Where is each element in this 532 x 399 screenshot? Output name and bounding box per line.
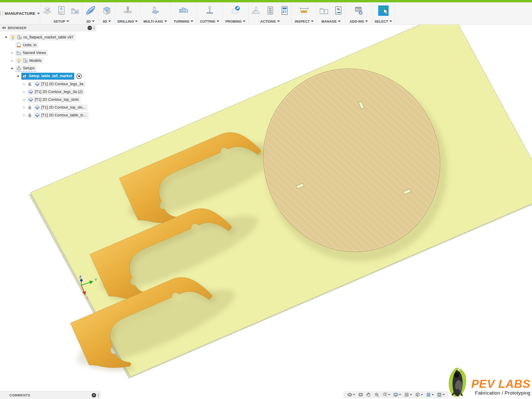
ribbon-tab-actions[interactable]: ACTIONS <box>260 18 280 24</box>
tree-item-units-in[interactable]: Units: in <box>15 42 38 48</box>
bulb-icon <box>16 58 21 63</box>
chevron-down-icon <box>92 21 95 22</box>
ribbon-group-setup: GSETUP <box>40 2 83 24</box>
svg-text:>-: >- <box>356 8 358 11</box>
tree-item-label: Setups <box>23 66 35 70</box>
ribbon-tab-label: ACTIONS <box>260 19 276 23</box>
ribbon-tab-inspect[interactable]: INSPECT <box>295 18 314 24</box>
tree-item-setups[interactable]: Setups <box>15 65 37 72</box>
2d-milling-icon[interactable] <box>84 5 96 17</box>
lock-icon <box>27 82 32 87</box>
visual-style-icon[interactable] <box>425 392 435 397</box>
add-comment-icon[interactable]: + <box>92 393 96 397</box>
panel-drag-handle[interactable] <box>0 11 3 16</box>
ribbon-tab-label: 2D <box>86 19 91 23</box>
caret-collapsed-icon[interactable]: ▷ <box>22 98 27 101</box>
caret-expanded-icon[interactable]: ▶ <box>3 34 9 40</box>
chevron-down-icon <box>399 394 401 395</box>
zoom-icon[interactable] <box>374 392 380 397</box>
nc-program-icon[interactable]: G <box>55 5 67 17</box>
comments-bar[interactable]: COMMENTS + <box>0 391 101 399</box>
ribbon-tab-manage[interactable]: MANAGE <box>322 18 341 24</box>
probing-icon[interactable] <box>230 5 242 17</box>
browser-panel: BROWSER − ▶ns_flatpack_market_table v97U… <box>0 24 97 119</box>
measure-icon[interactable] <box>298 5 310 17</box>
ribbon-tab-drilling[interactable]: DRILLING <box>118 18 138 24</box>
tree-item-label: ns_flatpack_market_table v97 <box>23 35 74 39</box>
display-settings-icon[interactable] <box>393 392 402 397</box>
active-setup-radio[interactable] <box>76 74 82 79</box>
chevron-down-icon <box>311 21 314 22</box>
viewports-icon[interactable] <box>414 392 424 397</box>
ribbon-tab-2d[interactable]: 2D <box>86 18 95 24</box>
caret-expanded-icon[interactable]: ▶ <box>15 73 21 79</box>
tree-item-ns-flatpack-market-table-v97[interactable]: ns_flatpack_market_table v97 <box>9 34 76 41</box>
ribbon-tab-setup[interactable]: SETUP <box>54 18 69 24</box>
tree-item-t1-2d-contour-table-tc[interactable]: [T1] 2D Contour_table_tc... <box>34 112 89 118</box>
feeds-speeds-icon[interactable]: % <box>332 5 344 17</box>
select-icon[interactable] <box>377 5 389 17</box>
logo-title: PEV LABS <box>471 378 530 390</box>
caret-collapsed-icon[interactable]: ▷ <box>22 114 27 117</box>
cutting-icon[interactable] <box>204 5 216 17</box>
caret-collapsed-icon[interactable]: ▷ <box>22 106 27 109</box>
toolpath-icon <box>35 82 40 87</box>
collapse-panel-icon[interactable] <box>2 26 5 29</box>
zoom-window-icon[interactable] <box>382 392 391 397</box>
ribbon-tab-label: MULTI-AXIS <box>143 19 163 23</box>
caret-collapsed-icon[interactable]: ▷ <box>22 82 27 86</box>
tree-item-setup-table-tall-market[interactable]: Setup_table_tall_market <box>21 73 74 80</box>
drilling-icon[interactable] <box>122 5 134 17</box>
ribbon-tab-select[interactable]: SELECT <box>375 18 392 24</box>
tree-item-t1-2d-contour-top-slots[interactable]: [T1] 2D Contour_top_slots <box>27 96 81 103</box>
gcode-icon[interactable]: G1G2G3 <box>264 5 276 17</box>
chevron-down-icon <box>164 21 167 22</box>
workspace-switcher[interactable]: MANUFACTURE <box>0 2 40 24</box>
tree-item-t1-2d-contour-legs-3a[interactable]: [T1] 2D Contour_legs_3a <box>34 81 85 87</box>
turning-icon[interactable] <box>178 5 190 17</box>
tree-item-label: Models <box>29 58 42 63</box>
svg-text:G3: G3 <box>269 11 271 14</box>
environment-icon[interactable] <box>436 392 445 397</box>
ribbon-tab-probing[interactable]: PROBING <box>225 18 245 24</box>
ribbon-group-inspect: INSPECT <box>292 2 317 24</box>
multi-axis-icon[interactable] <box>149 5 161 17</box>
chevron-down-icon <box>243 21 245 22</box>
chevron-down-icon <box>353 394 355 395</box>
caret-collapsed-icon[interactable]: ▷ <box>22 90 27 94</box>
look-at-icon[interactable] <box>357 392 364 397</box>
tree-row: ▷[T1] 2D Contour_top_slo... <box>0 103 97 111</box>
chevron-down-icon <box>410 394 412 395</box>
panel-minus-icon[interactable]: − <box>88 26 92 30</box>
3d-milling-icon[interactable] <box>101 5 113 17</box>
orbit-icon[interactable] <box>347 392 356 397</box>
chevron-down-icon <box>443 394 445 395</box>
scrollbar[interactable] <box>98 393 99 397</box>
ribbon-tab-add-ins[interactable]: ADD-INS <box>350 18 368 24</box>
grid-snaps-icon[interactable] <box>403 392 413 397</box>
ribbon-tab-multi-axis[interactable]: MULTI-AXIS <box>143 18 167 24</box>
chevron-down-icon <box>365 21 368 22</box>
z-axis-dot <box>80 279 83 282</box>
tool-library-icon[interactable] <box>318 5 330 17</box>
ribbon-tab-cutting[interactable]: CUTTING <box>200 18 219 24</box>
tree-item-t1-2d-contour-legs-3a-2[interactable]: [T1] 2D Contour_legs_3a (2) <box>27 89 85 95</box>
ribbon-tab-label: ADD-INS <box>350 19 364 23</box>
caret-collapsed-icon[interactable]: ▷ <box>10 51 15 55</box>
tree-item-models[interactable]: Models <box>15 57 44 64</box>
caret-collapsed-icon[interactable]: ▷ <box>10 59 15 62</box>
caret-expanded-icon[interactable]: ▶ <box>9 65 15 71</box>
setup-sheet-icon[interactable] <box>278 5 290 17</box>
scrollbar[interactable] <box>94 26 95 30</box>
ribbon-tab-3d[interactable]: 3D <box>103 18 111 24</box>
post-process-icon[interactable] <box>250 5 262 17</box>
new-setup-icon[interactable] <box>41 5 53 17</box>
ribbon-tab-turning[interactable]: TURNING <box>174 18 194 24</box>
ribbon-group-multi-axis: MULTI-AXIS <box>140 2 170 24</box>
pan-icon[interactable] <box>365 392 372 397</box>
tree-item-named-views[interactable]: Named Views <box>15 50 48 56</box>
machine-library-icon[interactable] <box>70 5 82 17</box>
scripts-addins-icon[interactable]: >- <box>353 5 365 17</box>
y-axis-label: Y <box>95 277 97 282</box>
tree-item-t1-2d-contour-top-slo[interactable]: [T1] 2D Contour_top_slo... <box>34 104 88 111</box>
